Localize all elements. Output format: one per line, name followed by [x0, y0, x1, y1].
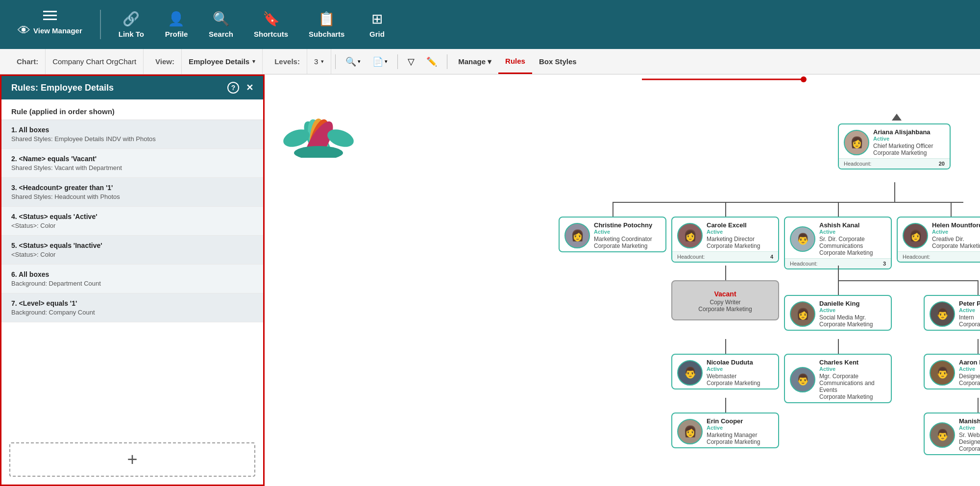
- rules-btn[interactable]: Rules: [498, 49, 532, 74]
- rule-title-3: 3. <Headcount> greater than '1': [11, 184, 253, 192]
- avatar-danielle: 👩: [790, 301, 815, 327]
- org-node-nicolae[interactable]: 👨 Nicolae Duduta Active Webmaster Corpor…: [671, 354, 779, 389]
- rule-desc-6: Background: Department Count: [11, 280, 253, 287]
- rule-title-1: 1. All boxes: [11, 126, 253, 134]
- hamburger-icon: [43, 11, 57, 20]
- main-content: Rules: Employee Details ? ✕ Rule (applie…: [0, 74, 980, 486]
- org-node-aaron[interactable]: 👨 Aaron Holdway Active Designer Corporat…: [924, 354, 980, 389]
- node-info-ashish: Ashish Kanal Active Sr. Dir. Corporate C…: [819, 221, 886, 256]
- view-manager-btn[interactable]: 👁 View Manager: [10, 7, 90, 42]
- toolbar-divider-1: [100, 10, 101, 39]
- chart-label: Chart:: [10, 49, 46, 74]
- rule-item-6[interactable]: 6. All boxes Background: Department Coun…: [1, 265, 263, 293]
- svg-point-9: [294, 146, 343, 158]
- shortcuts-icon: 🔖: [263, 11, 280, 27]
- search-btn[interactable]: 🔍 Search: [201, 7, 241, 42]
- rule-title-7: 7. <Level> equals '1': [11, 299, 253, 307]
- node-info-christine: Christine Potochny Active Marketing Coor…: [594, 221, 661, 249]
- rules-close-btn[interactable]: ✕: [246, 82, 253, 93]
- shortcuts-btn[interactable]: 🔖 Shortcuts: [246, 7, 296, 42]
- add-rule-btn[interactable]: +: [9, 442, 255, 477]
- rule-item-3[interactable]: 3. <Headcount> greater than '1' Shared S…: [1, 178, 263, 207]
- connector-v-erin: [725, 398, 726, 413]
- connector-v-aaron: [978, 339, 979, 354]
- rule-desc-3: Shared Styles: Headcount with Photos: [11, 193, 253, 200]
- org-node-ashish[interactable]: 👨 Ashish Kanal Active Sr. Dir. Corporate…: [784, 217, 892, 269]
- rule-desc-1: Shared Styles: Employee Details INDV wit…: [11, 135, 253, 143]
- page-chevron-icon: ▾: [385, 58, 388, 65]
- avatar-nicolae: 👨: [677, 360, 703, 386]
- node-header-aaron: 👨 Aaron Holdway Active Designer Corporat…: [925, 355, 980, 389]
- search-icon: 🔍: [213, 11, 230, 27]
- node-info-nicolae: Nicolae Duduta Active Webmaster Corporat…: [707, 359, 773, 387]
- main-toolbar: 👁 View Manager 🔗 Link To 👤 Profile 🔍 Sea…: [0, 0, 980, 49]
- rule-item-1[interactable]: 1. All boxes Shared Styles: Employee Det…: [1, 120, 263, 149]
- levels-chevron-icon: ▾: [321, 58, 324, 65]
- connector-v-christine: [612, 202, 613, 217]
- org-node-helen[interactable]: 👩 Helen Mountford Active Creative Dir. C…: [897, 217, 980, 263]
- node-header-erin: 👩 Erin Cooper Active Marketing Manager C…: [672, 413, 778, 447]
- node-header-ariana: 👩 Ariana Alisjahbana Active Chief Market…: [839, 124, 950, 158]
- subcharts-icon: 📋: [318, 11, 335, 27]
- node-footer-helen: Headcount: 4: [898, 251, 980, 262]
- toolbar-separator-1: [335, 54, 336, 69]
- rule-desc-4: <Status>: Color: [11, 222, 253, 229]
- node-header-peter: 👨 Peter Partner Active Intern Corporate …: [925, 296, 980, 330]
- node-header-nicolae: 👨 Nicolae Duduta Active Webmaster Corpor…: [672, 355, 778, 389]
- org-node-christine[interactable]: 👩 Christine Potochny Active Marketing Co…: [559, 217, 666, 252]
- levels-selector[interactable]: 3 ▾: [307, 49, 331, 74]
- connector-v-ashish2: [838, 266, 839, 280]
- node-info-manish: Manish Pandey Active Sr. Web/Graphic Des…: [959, 417, 980, 452]
- node-header-manish: 👨 Manish Pandey Active Sr. Web/Graphic D…: [925, 413, 980, 454]
- rule-title-2: 2. <Name> equals 'Vacant': [11, 155, 253, 163]
- manage-btn[interactable]: Manage ▾: [451, 49, 498, 74]
- chart-name[interactable]: Company Chart OrgChart: [46, 49, 144, 74]
- avatar-peter: 👨: [930, 301, 955, 327]
- connector-v-carole: [725, 202, 726, 217]
- zoom-icon: 🔍: [345, 56, 356, 67]
- rule-desc-2: Shared Styles: Vacant with Department: [11, 164, 253, 171]
- subcharts-btn[interactable]: 📋 Subcharts: [301, 7, 352, 42]
- link-to-btn[interactable]: 🔗 Link To: [111, 7, 152, 42]
- org-node-danielle[interactable]: 👩 Danielle King Active Social Media Mgr.…: [784, 295, 892, 331]
- org-node-carole[interactable]: 👩 Carole Excell Active Marketing Directo…: [671, 217, 779, 263]
- avatar-ashish: 👨: [790, 226, 815, 252]
- node-header-christine: 👩 Christine Potochny Active Marketing Co…: [560, 218, 665, 251]
- grid-btn[interactable]: ⊞ Grid: [357, 7, 396, 42]
- rules-panel-controls: ? ✕: [227, 82, 253, 94]
- box-styles-btn[interactable]: Box Styles: [532, 49, 584, 74]
- org-node-vacant[interactable]: Vacant Copy Writer Corporate Marketing: [671, 280, 779, 320]
- org-node-charles[interactable]: 👨 Charles Kent Active Mgr. Corporate Com…: [784, 354, 892, 403]
- view-selector[interactable]: Employee Details ▾: [182, 49, 263, 74]
- zoom-btn[interactable]: 🔍 ▾: [340, 56, 367, 67]
- company-logo: [279, 84, 358, 158]
- rule-item-2[interactable]: 2. <Name> equals 'Vacant' Shared Styles:…: [1, 149, 263, 178]
- node-info-ariana: Ariana Alisjahbana Active Chief Marketin…: [873, 128, 945, 156]
- filter-icon: ▽: [408, 56, 415, 67]
- node-header-ashish: 👨 Ashish Kanal Active Sr. Dir. Corporate…: [785, 218, 891, 258]
- rule-item-4[interactable]: 4. <Status> equals 'Active' <Status>: Co…: [1, 207, 263, 236]
- profile-btn[interactable]: 👤 Profile: [157, 7, 196, 42]
- avatar-christine: 👩: [564, 223, 590, 248]
- page-btn[interactable]: 📄 ▾: [367, 56, 393, 67]
- connector-v-helen: [951, 202, 952, 217]
- org-node-peter[interactable]: 👨 Peter Partner Active Intern Corporate …: [924, 295, 980, 331]
- rule-title-4: 4. <Status> equals 'Active': [11, 213, 253, 220]
- node-info-erin: Erin Cooper Active Marketing Manager Cor…: [707, 417, 773, 445]
- org-node-erin[interactable]: 👩 Erin Cooper Active Marketing Manager C…: [671, 413, 779, 448]
- rule-desc-5: <Status>: Color: [11, 251, 253, 258]
- avatar-manish: 👨: [930, 422, 955, 448]
- node-header-charles: 👨 Charles Kent Active Mgr. Corporate Com…: [785, 355, 891, 402]
- rules-help-btn[interactable]: ?: [227, 82, 239, 94]
- avatar-aaron: 👨: [930, 360, 955, 386]
- edit-btn[interactable]: ✏️: [420, 56, 443, 67]
- connector-v-peter: [978, 280, 979, 295]
- rule-item-7[interactable]: 7. <Level> equals '1' Background: Compan…: [1, 293, 263, 322]
- grid-icon: ⊞: [371, 11, 383, 27]
- rule-item-5[interactable]: 5. <Status> equals 'Inactive' <Status>: …: [1, 236, 263, 265]
- org-node-ariana[interactable]: 👩 Ariana Alisjahbana Active Chief Market…: [838, 123, 951, 170]
- org-node-manish[interactable]: 👨 Manish Pandey Active Sr. Web/Graphic D…: [924, 413, 980, 455]
- filter-btn[interactable]: ▽: [402, 56, 420, 67]
- node-info-helen: Helen Mountford Active Creative Dir. Cor…: [932, 221, 980, 249]
- toolbar-separator-2: [397, 54, 398, 69]
